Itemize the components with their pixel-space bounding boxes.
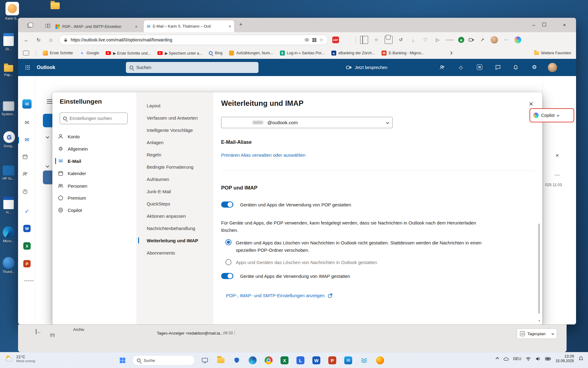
selected-folder-fragment[interactable] xyxy=(43,171,52,184)
desktop-icon-micro[interactable]: Micro... xyxy=(0,226,20,243)
teams-icon[interactable] xyxy=(439,65,445,70)
profile-avatar[interactable] xyxy=(491,36,498,44)
powerpoint-taskbar-icon[interactable]: P xyxy=(326,354,338,366)
notification-bell-icon[interactable] xyxy=(578,356,584,362)
row-more-icon[interactable]: ⋮ xyxy=(232,330,237,335)
notifications-bell-icon[interactable] xyxy=(513,65,518,70)
minimize-button[interactable]: – xyxy=(527,21,541,29)
desktop-icon-pap[interactable]: Pap... xyxy=(0,65,20,77)
screenshot-camera-icon[interactable] xyxy=(469,37,474,43)
favorite-star-icon[interactable]: ☆ xyxy=(319,37,323,43)
section-aktionen[interactable]: Aktionen anpassen xyxy=(142,211,209,221)
favorite-ebanking-zkb[interactable]: «eBanking der Zürch... xyxy=(331,51,375,56)
tab-pop-imap-smtp[interactable]: POP-, IMAP- und SMTP-Einstellun × xyxy=(52,21,141,32)
feedback-icon[interactable] xyxy=(495,65,501,70)
outlook-taskbar-icon[interactable]: ✉ xyxy=(342,354,354,366)
close-reading-icon[interactable]: × xyxy=(556,152,559,159)
section-abonnements[interactable]: Abonnements xyxy=(142,247,209,258)
category-premium[interactable]: Premium xyxy=(58,192,131,203)
favorite-bing[interactable]: Bing xyxy=(209,51,222,55)
desktop-icon-h[interactable]: H... xyxy=(0,197,20,214)
copilot-button[interactable]: Copilot xyxy=(530,108,574,122)
section-regeln[interactable]: Regeln xyxy=(142,149,209,160)
category-copilot[interactable]: Copilot xyxy=(58,205,131,216)
back-icon[interactable]: ← xyxy=(22,36,30,44)
account-avatar[interactable] xyxy=(548,63,557,72)
archive-folder-label[interactable]: Archiv xyxy=(73,327,84,332)
settings-gear-icon[interactable]: ⚙ xyxy=(532,64,537,71)
taskbar-search[interactable]: Suche xyxy=(132,355,195,366)
scrollbar-thumb[interactable] xyxy=(538,224,540,314)
tab-outlook-mail-active[interactable]: ✉ E-Mail – Karin S. Thalmann – Outl × xyxy=(144,20,234,32)
outlook-app-tile-icon[interactable]: ✉ xyxy=(22,99,32,109)
scroll-down-arrow[interactable]: ▼ xyxy=(538,320,541,322)
history-icon[interactable]: ↺ xyxy=(397,36,405,44)
desktop-icon-google[interactable]: G Goog... xyxy=(0,131,21,148)
other-favorites[interactable]: Weitere Favoriten xyxy=(534,51,571,55)
firefox-taskbar-icon[interactable] xyxy=(374,354,386,366)
onenote-icon[interactable]: N xyxy=(477,64,482,70)
vertical-tabs-icon[interactable] xyxy=(45,24,50,28)
favorite-sanitas[interactable]: SLog-in « Sanitas Por... xyxy=(280,51,325,56)
category-kalender[interactable]: Kalender xyxy=(58,168,131,179)
defender-shield-icon[interactable] xyxy=(231,354,243,366)
favorite-youtube-2[interactable]: ▶ Speichern unter a... xyxy=(157,51,202,56)
outlook-search-bar[interactable]: Suchen xyxy=(126,62,258,73)
favorite-google[interactable]: GGoogle xyxy=(80,51,99,56)
radio-unselected-icon[interactable] xyxy=(225,259,232,265)
compose-button-fragment[interactable] xyxy=(43,114,52,127)
word-icon[interactable]: W xyxy=(23,225,31,232)
section-layout[interactable]: Layout xyxy=(142,100,209,111)
workspaces-icon[interactable] xyxy=(27,24,31,28)
imap-toggle-on[interactable] xyxy=(221,273,233,279)
copilot-icon[interactable] xyxy=(514,36,521,43)
radio-keep-messages[interactable]: Geräten und Apps das Löschen von Nachric… xyxy=(225,239,481,254)
downloads-icon[interactable]: ↓ xyxy=(409,36,417,44)
desktop-icon-hp[interactable]: HP Sc... xyxy=(0,166,20,180)
favorite-youtube-1[interactable]: ▶ Erste Schritte und... xyxy=(106,51,151,56)
radio-allow-delete[interactable]: Apps und Geräten das Löschen von Nachric… xyxy=(225,259,377,265)
settings-menu-icon[interactable]: ⋯ xyxy=(502,36,510,44)
section-bedingte-formatierung[interactable]: Bedingte Formatierung xyxy=(142,162,209,172)
hamburger-icon[interactable] xyxy=(47,99,52,100)
calendar-icon[interactable] xyxy=(22,154,28,159)
folder-expand-chevron[interactable] xyxy=(46,135,49,138)
category-email-selected[interactable]: ✉ E-Mail xyxy=(58,155,131,167)
outlook-brand[interactable]: Outlook xyxy=(37,65,55,70)
excel-icon[interactable]: X xyxy=(23,242,31,250)
chrome-icon[interactable] xyxy=(262,354,275,366)
section-nachrichtenbehandlung[interactable]: Nachrichtenbehandlung xyxy=(142,223,209,233)
share-icon[interactable]: ↗ xyxy=(478,36,486,44)
collections-icon[interactable] xyxy=(385,36,393,44)
mail-icon[interactable]: ✉ xyxy=(22,118,32,127)
section-verfassen[interactable]: Verfassen und Antworten xyxy=(142,113,209,123)
panel-scrollbar[interactable]: ▲ ▼ xyxy=(537,111,541,322)
category-personen[interactable]: Personen xyxy=(58,180,131,191)
people-icon[interactable] xyxy=(22,171,28,177)
section-anlagen[interactable]: Anlagen xyxy=(142,137,209,148)
new-tab-button[interactable]: + xyxy=(239,21,243,28)
groups-icon[interactable] xyxy=(22,189,28,194)
favorite-aufzaehlungen[interactable]: Aufzählungen, Num... xyxy=(229,51,273,56)
desktop-icon-system[interactable]: System... xyxy=(0,101,20,116)
split-screen-icon[interactable] xyxy=(360,36,368,44)
settings-search[interactable] xyxy=(60,113,128,124)
favorite-migros[interactable]: ME-Banking - Migros... xyxy=(382,51,424,56)
desktop-icon-user[interactable]: Karin S... xyxy=(1,2,24,20)
folder-expand-chevron[interactable] xyxy=(46,164,49,167)
close-tab-icon[interactable]: × xyxy=(135,24,138,29)
reload-icon[interactable]: ↻ xyxy=(35,36,43,44)
clock[interactable]: 13:29 15.09.2025 xyxy=(556,354,574,363)
smtp-settings-link[interactable]: POP-, IMAP- und SMTP-Einstellungen anzei… xyxy=(226,293,333,298)
category-konto[interactable]: Konto xyxy=(58,131,131,142)
favorites-hub-icon[interactable]: ☆ xyxy=(372,36,380,44)
meet-now-button[interactable]: Jetzt besprechen xyxy=(346,65,387,70)
section-aufraeumen[interactable]: Aufräumen xyxy=(142,174,209,184)
broadcast-icon[interactable]: ((•)) xyxy=(50,333,55,337)
file-explorer-icon[interactable] xyxy=(215,354,227,366)
l-app-icon[interactable]: L xyxy=(294,354,307,366)
close-dialog-icon[interactable]: × xyxy=(526,99,536,109)
word-taskbar-icon[interactable]: W xyxy=(310,354,322,366)
collapse-pane-icon[interactable]: ← xyxy=(36,329,42,334)
task-view-icon[interactable] xyxy=(199,354,211,366)
